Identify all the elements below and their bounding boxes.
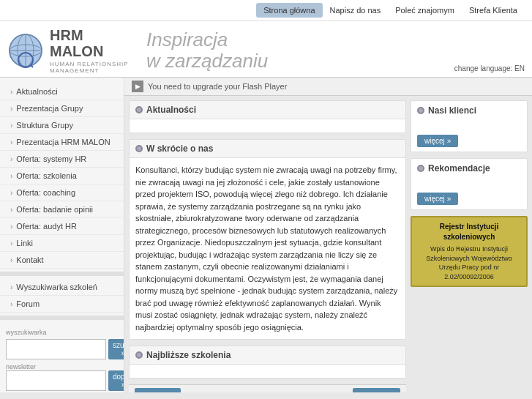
bullet-icon: › bbox=[10, 138, 12, 146]
sidebar-item-kontakt[interactable]: › Kontakt bbox=[0, 252, 124, 269]
top-button[interactable]: do góry bbox=[353, 388, 400, 392]
nasi-klienci-content bbox=[417, 120, 521, 130]
sidebar-label: Oferta: badanie opinii bbox=[16, 205, 93, 214]
logo-text: HRM MALON HUMAN RELATIONSHIP MANAGEMENT bbox=[50, 27, 132, 74]
sidebar-label: Aktualności bbox=[16, 87, 57, 96]
sidebar-label: Wyszukiwarka szkoleń bbox=[16, 283, 97, 291]
sidebar-label: Linki bbox=[16, 239, 33, 247]
section-dot-icon bbox=[135, 106, 143, 113]
registry-title: Rejestr Instytucji szkoleniowych bbox=[416, 222, 522, 242]
logo-malon: MALON bbox=[50, 43, 132, 59]
nasi-klienci-title: Nasi klienci bbox=[417, 105, 521, 116]
sidebar-item-prezentacja-grupy[interactable]: › Prezentacja Grupy bbox=[0, 100, 124, 117]
content-left: Aktualności W skrócie o nas Konsultanci,… bbox=[129, 100, 411, 392]
newsletter-button[interactable]: dopisz » bbox=[108, 370, 124, 391]
sidebar-item-struktura-grupy[interactable]: › Struktura Grupy bbox=[0, 117, 124, 134]
sidebar-label: Prezentacja Grupy bbox=[16, 104, 83, 113]
bullet-icon: › bbox=[10, 172, 12, 180]
sidebar-item-szkolenia[interactable]: › Oferta: szkolenia bbox=[0, 168, 124, 184]
rekomendacje-wiecej-button[interactable]: więcej » bbox=[417, 193, 458, 205]
search-button[interactable]: szukaj » bbox=[108, 339, 124, 359]
section-dot-icon bbox=[135, 145, 143, 152]
sidebar-label: Forum bbox=[16, 299, 40, 308]
section-dot-icon bbox=[135, 351, 143, 359]
logo-sub: HUMAN RELATIONSHIP MANAGEMENT bbox=[50, 61, 132, 74]
sidebar-divider bbox=[0, 272, 124, 276]
section-wskrocie-body: Konsultanci, którzy budując system nie z… bbox=[130, 158, 405, 339]
flash-notice: ▶ You need to upgrade your Flash Player bbox=[124, 78, 532, 96]
registry-body: Wpis do Rejestru Instytucji Szkoleniowyc… bbox=[416, 245, 522, 281]
sidebar-item-forum[interactable]: › Forum bbox=[0, 296, 124, 313]
nav-polec[interactable]: Poleć znajomym bbox=[388, 3, 462, 18]
bullet-icon: › bbox=[10, 88, 12, 96]
back-button[interactable]: « cofnij bbox=[135, 388, 181, 392]
nav-strona-glowna[interactable]: Strona główna bbox=[256, 3, 322, 18]
right-dot-icon bbox=[417, 165, 424, 172]
sidebar-label: Oferta: audyt HR bbox=[16, 222, 77, 231]
bullet-icon: › bbox=[10, 300, 12, 308]
sidebar-item-prezentacja-hrm[interactable]: › Prezentacja HRM MALON bbox=[0, 134, 124, 151]
bullet-icon: › bbox=[10, 283, 12, 291]
section-aktualnosci-header: Aktualności bbox=[130, 101, 405, 119]
sidebar-label: Struktura Grupy bbox=[16, 121, 73, 130]
nasi-klienci-box: Nasi klienci więcej » bbox=[411, 100, 528, 152]
main-container: › Aktualności › Prezentacja Grupy › Stru… bbox=[0, 78, 532, 392]
sidebar-item-badanie-opinii[interactable]: › Oferta: badanie opinii bbox=[0, 201, 124, 218]
search-row: szukaj » bbox=[6, 339, 118, 359]
bullet-icon: › bbox=[10, 105, 12, 113]
section-szkolenia-title: Najbliższe szkolenia bbox=[146, 350, 231, 360]
newsletter-label: newsletter bbox=[6, 363, 118, 370]
play-icon[interactable]: ▶ bbox=[132, 81, 143, 92]
section-wskrocie-title: W skrócie o nas bbox=[146, 143, 213, 154]
section-szkolenia-header: Najbliższe szkolenia bbox=[130, 346, 405, 365]
flash-message: You need to upgrade your Flash Player bbox=[148, 82, 287, 91]
content-columns: Aktualności W skrócie o nas Konsultanci,… bbox=[124, 96, 532, 392]
logo-globe-icon bbox=[7, 32, 44, 69]
sidebar-divider2 bbox=[0, 316, 124, 320]
banner-line2: w zarządzaniu bbox=[146, 51, 268, 72]
section-wskrocie-header: W skrócie o nas bbox=[130, 140, 405, 158]
right-dot-icon bbox=[417, 107, 424, 114]
bullet-icon: › bbox=[10, 206, 12, 214]
content-area: ▶ You need to upgrade your Flash Player … bbox=[124, 78, 532, 392]
nasi-klienci-label: Nasi klienci bbox=[428, 105, 476, 116]
newsletter-row: dopisz » bbox=[6, 370, 118, 391]
bullet-icon: › bbox=[10, 256, 12, 264]
sidebar-item-linki[interactable]: › Linki bbox=[0, 235, 124, 252]
section-aktualnosci: Aktualności bbox=[129, 100, 406, 133]
bullet-icon: › bbox=[10, 155, 12, 163]
sidebar-label: Kontakt bbox=[16, 256, 43, 264]
nav-napisz[interactable]: Napisz do nas bbox=[323, 3, 389, 18]
sidebar-item-aktualnosci[interactable]: › Aktualności bbox=[0, 83, 124, 100]
top-navigation: Strona główna Napisz do nas Poleć znajom… bbox=[0, 0, 532, 21]
bullet-icon: › bbox=[10, 223, 12, 231]
sidebar: › Aktualności › Prezentacja Grupy › Stru… bbox=[0, 78, 124, 392]
bullet-icon: › bbox=[10, 122, 12, 130]
bottom-navigation: « cofnij do góry bbox=[129, 384, 406, 392]
sidebar-item-systemy-hr[interactable]: › Oferta: systemy HR bbox=[0, 151, 124, 168]
sidebar-label: Oferta: systemy HR bbox=[16, 154, 86, 163]
rekomendacje-title: Rekomendacje bbox=[417, 163, 521, 174]
search-input[interactable] bbox=[6, 339, 106, 359]
banner-line1: Inspiracja bbox=[146, 29, 228, 51]
sidebar-label: Oferta: szkolenia bbox=[16, 171, 77, 180]
section-szkolenia: Najbliższe szkolenia bbox=[129, 346, 406, 379]
content-right: Nasi klienci więcej » Rekomendacje bbox=[411, 100, 528, 392]
arrow-icon: » bbox=[447, 137, 452, 145]
sidebar-item-audyt-hr[interactable]: › Oferta: audyt HR bbox=[0, 218, 124, 235]
sidebar-search-section: wyszukiwarka szukaj » newsletter dopisz … bbox=[0, 323, 124, 392]
logo-hrm: HRM bbox=[50, 27, 132, 43]
registry-box: Rejestr Instytucji szkoleniowych Wpis do… bbox=[411, 216, 528, 287]
logo-area: HRM MALON HUMAN RELATIONSHIP MANAGEMENT bbox=[7, 27, 132, 74]
sidebar-item-coaching[interactable]: › Oferta: coaching bbox=[0, 184, 124, 201]
newsletter-input[interactable] bbox=[6, 370, 106, 391]
header: HRM MALON HUMAN RELATIONSHIP MANAGEMENT … bbox=[0, 21, 532, 78]
change-language[interactable]: change language: EN bbox=[454, 64, 525, 72]
bullet-icon: › bbox=[10, 239, 12, 247]
sidebar-label: Prezentacja HRM MALON bbox=[16, 138, 110, 146]
sidebar-item-wyszukiwarka[interactable]: › Wyszukiwarka szkoleń bbox=[0, 279, 124, 296]
bullet-icon: › bbox=[10, 189, 12, 197]
nav-strefa[interactable]: Strefa Klienta bbox=[462, 3, 525, 18]
section-wskrocie: W skrócie o nas Konsultanci, którzy budu… bbox=[129, 139, 406, 340]
nasi-klienci-wiecej-button[interactable]: więcej » bbox=[417, 135, 458, 147]
